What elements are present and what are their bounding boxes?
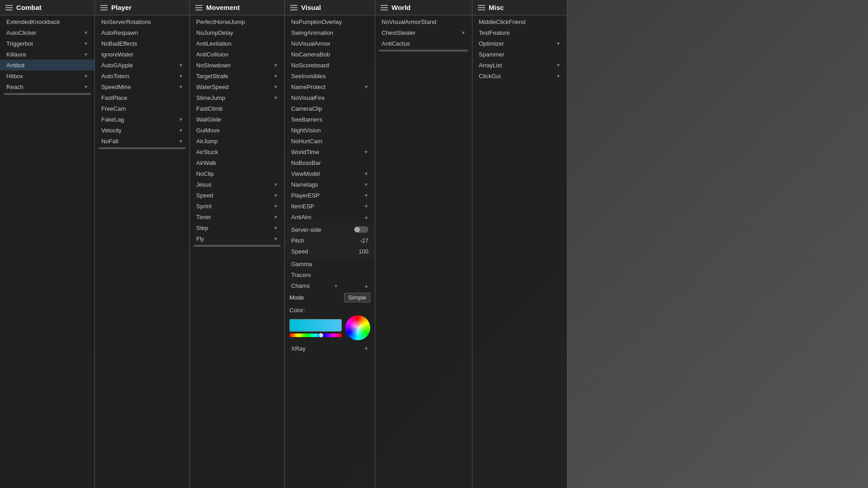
misc-menu-icon[interactable]	[478, 5, 485, 10]
list-item[interactable]: PlayerESP ▼	[285, 190, 375, 201]
list-item[interactable]: SlimeJump ▼	[190, 92, 284, 103]
list-item[interactable]: SeeInvisibles	[285, 70, 375, 81]
list-item-antibot[interactable]: Antibot	[0, 60, 94, 70]
color-label: Color:	[289, 307, 370, 314]
list-item[interactable]: ItemESP ▼	[285, 201, 375, 211]
list-item[interactable]: AirJump	[190, 136, 284, 146]
list-item[interactable]: Sprint ▼	[190, 201, 284, 211]
world-panel-header[interactable]: World	[375, 0, 472, 15]
list-item[interactable]: Optimizer ▼	[472, 38, 567, 49]
world-menu-icon[interactable]	[381, 5, 388, 10]
misc-panel-header[interactable]: Misc	[472, 0, 567, 15]
list-item[interactable]: FakeLag ▼	[95, 114, 189, 125]
movement-menu-icon[interactable]	[195, 5, 203, 10]
list-item[interactable]: NoCameraBob	[285, 49, 375, 60]
list-item[interactable]: SpeedMine ▼	[95, 81, 189, 92]
list-item[interactable]: NoBadEffects	[95, 38, 189, 49]
list-item[interactable]: SeeBarriers	[285, 114, 375, 125]
visual-panel-header[interactable]: Visual	[285, 0, 375, 15]
player-menu-icon[interactable]	[100, 5, 108, 10]
list-item[interactable]: FastPlace	[95, 92, 189, 103]
movement-items: PerfectHorseJump NoJumpDelay AntiLevitat…	[190, 15, 284, 488]
list-item[interactable]: Fly ▼	[190, 233, 284, 244]
chevron-down-icon: ▼	[364, 193, 368, 198]
list-item[interactable]: FreeCam	[95, 103, 189, 114]
list-item[interactable]: AutoGApple ▼	[95, 60, 189, 70]
list-item[interactable]: PerfectHorseJump	[190, 16, 284, 27]
list-item[interactable]: NightVision	[285, 125, 375, 136]
list-item[interactable]: NoHurtCam	[285, 136, 375, 146]
list-item[interactable]: WaterSpeed ▼	[190, 81, 284, 92]
mode-value[interactable]: Simple	[344, 293, 370, 302]
list-item[interactable]: AntiCactus	[375, 38, 472, 49]
chevron-down-icon: ▼	[179, 74, 183, 79]
list-item[interactable]: AntiLevitation	[190, 38, 284, 49]
gamma-item[interactable]: Gamma	[285, 258, 375, 269]
list-item[interactable]: CameraClip	[285, 103, 375, 114]
list-item[interactable]: WallGlide	[190, 114, 284, 125]
combat-panel-header[interactable]: Combat	[0, 0, 94, 15]
list-item[interactable]: NoVisualArmorStand	[375, 16, 472, 27]
list-item[interactable]: NameProtect ▼	[285, 81, 375, 92]
player-panel-header[interactable]: Player	[95, 0, 189, 15]
list-item[interactable]: WorldTime ▼	[285, 146, 375, 157]
list-item[interactable]: FastClimb	[190, 103, 284, 114]
movement-panel-header[interactable]: Movement	[190, 0, 284, 15]
list-item[interactable]: NoBossBar	[285, 157, 375, 168]
list-item[interactable]: NoClip	[190, 168, 284, 179]
chevron-down-icon: ▼	[274, 236, 278, 241]
list-item[interactable]: AntiCollision	[190, 49, 284, 60]
speed-value[interactable]: 100	[359, 248, 368, 255]
list-item[interactable]: Jesus ▼	[190, 179, 284, 190]
antiaim-item[interactable]: AntiAim ▲	[285, 211, 375, 222]
list-item[interactable]: AirWalk	[190, 157, 284, 168]
list-item[interactable]: NoSlowdown ▼	[190, 60, 284, 70]
list-item[interactable]: Triggerbot ▼	[0, 38, 94, 49]
list-item[interactable]: AutoClicker ▼	[0, 27, 94, 38]
list-item[interactable]: GuiMove	[190, 125, 284, 136]
list-item[interactable]: ViewModel ▼	[285, 168, 375, 179]
misc-items: MiddleClickFriend TestFeature Optimizer …	[472, 15, 567, 488]
chevron-down-icon: ▼	[364, 171, 368, 176]
list-item[interactable]: NoServerRotations	[95, 16, 189, 27]
color-hue-slider[interactable]	[289, 333, 342, 337]
list-item[interactable]: NoVisualFire	[285, 92, 375, 103]
list-item[interactable]: NoVisualArmor	[285, 38, 375, 49]
list-item[interactable]: ArrayList ▼	[472, 60, 567, 70]
list-item[interactable]: Killaura ▼	[0, 49, 94, 60]
list-item[interactable]: IgnoreWater	[95, 49, 189, 60]
list-item[interactable]: Speed ▼	[190, 190, 284, 201]
list-item[interactable]: AutoTotem ▼	[95, 70, 189, 81]
list-item[interactable]: ExtendedKnockback	[0, 16, 94, 27]
serverside-toggle[interactable]	[354, 226, 368, 233]
list-item[interactable]: Step ▼	[190, 222, 284, 233]
list-item[interactable]: TestFeature	[472, 27, 567, 38]
xray-item[interactable]: XRay ▼	[285, 343, 375, 354]
list-item[interactable]: Reach ▼	[0, 81, 94, 92]
combat-menu-icon[interactable]	[5, 5, 13, 10]
list-item[interactable]: NoFall ▼	[95, 136, 189, 146]
list-item[interactable]: AutoRespawn	[95, 27, 189, 38]
serverside-label: Server-side	[291, 226, 321, 233]
list-item[interactable]: SwingAnimation	[285, 27, 375, 38]
list-item[interactable]: NoPumpkinOverlay	[285, 16, 375, 27]
list-item[interactable]: AirStuck	[190, 146, 284, 157]
list-item[interactable]: Hitbox ▼	[0, 70, 94, 81]
color-wheel[interactable]	[345, 315, 370, 340]
list-item[interactable]: MiddleClickFriend	[472, 16, 567, 27]
color-swatch[interactable]	[289, 319, 342, 332]
list-item[interactable]: Timer ▼	[190, 211, 284, 222]
chams-item[interactable]: Chams + ▲	[285, 280, 375, 291]
list-item[interactable]: ClickGui ▼	[472, 70, 567, 81]
pitch-value[interactable]: -27	[360, 237, 368, 244]
list-item[interactable]: Spammer	[472, 49, 567, 60]
tracers-item[interactable]: Tracers	[285, 269, 375, 280]
list-item[interactable]: Velocity ▼	[95, 125, 189, 136]
list-item[interactable]: NoJumpDelay	[190, 27, 284, 38]
visual-menu-icon[interactable]	[290, 5, 297, 10]
list-item[interactable]: NoScoreboard	[285, 60, 375, 70]
list-item[interactable]: TargetStrafe ▼	[190, 70, 284, 81]
misc-title: Misc	[489, 4, 504, 11]
list-item[interactable]: ChestStealer ▼	[375, 27, 472, 38]
list-item[interactable]: Nametags ▼	[285, 179, 375, 190]
